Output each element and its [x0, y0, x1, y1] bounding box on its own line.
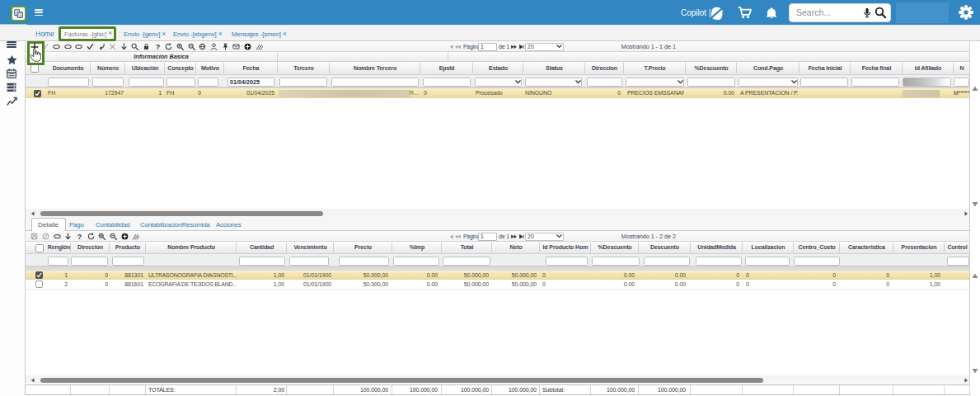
svg-text:?: ?	[156, 43, 160, 50]
svg-text:?: ?	[77, 233, 82, 240]
